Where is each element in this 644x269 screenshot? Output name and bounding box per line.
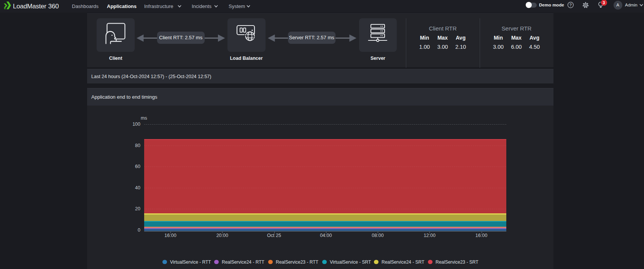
svg-text:?: ? <box>569 3 572 7</box>
